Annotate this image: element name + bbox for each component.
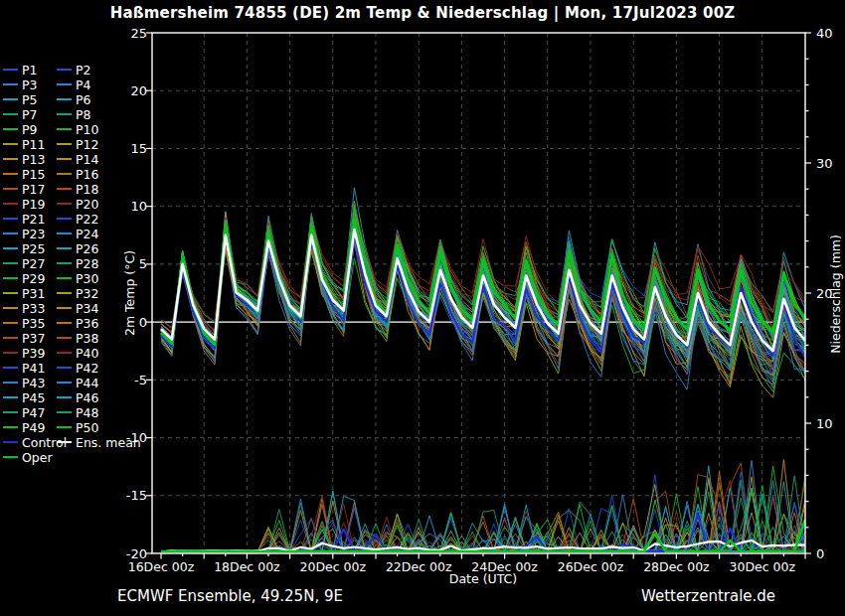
precip-tick-label: 10: [816, 416, 833, 431]
temp-tick-label: 0: [139, 315, 147, 330]
date-tick-label: 20Dec 00z: [300, 559, 367, 574]
site-credit-text: Wetterzentrale.de: [641, 587, 775, 605]
temp-tick-label: 10: [130, 199, 147, 214]
left-axis-title: 2m Temp (°C): [122, 250, 137, 336]
date-tick-label: 30Dec 00z: [730, 559, 796, 574]
temp-tick-label: -5: [134, 373, 147, 387]
date-tick-label: 26Dec 00z: [558, 559, 624, 574]
date-tick-label: 18Dec 00z: [214, 559, 280, 574]
meteogram-page: Haßmersheim 74855 (DE) 2m Temp & Nieders…: [0, 0, 845, 616]
date-tick-label: 28Dec 00z: [643, 559, 710, 574]
precip-tick-label: 40: [816, 26, 833, 41]
temp-tick-label: 5: [139, 256, 147, 271]
model-info-text: ECMWF Ensemble, 49.25N, 9E: [117, 587, 343, 605]
temp-tick-label: -15: [126, 488, 147, 503]
x-axis-title: Date (UTC): [414, 571, 553, 586]
precip-tick-label: 0: [816, 546, 824, 561]
temp-tick-label: 15: [130, 141, 147, 156]
temp-tick-label: -10: [126, 430, 147, 445]
date-tick-label: 16Dec 00z: [128, 559, 195, 574]
right-axis-title: Niederschlag (mm): [828, 234, 843, 354]
precip-tick-label: 30: [816, 156, 833, 171]
temp-tick-label: 20: [130, 83, 147, 98]
temp-tick-label: 25: [130, 26, 147, 41]
